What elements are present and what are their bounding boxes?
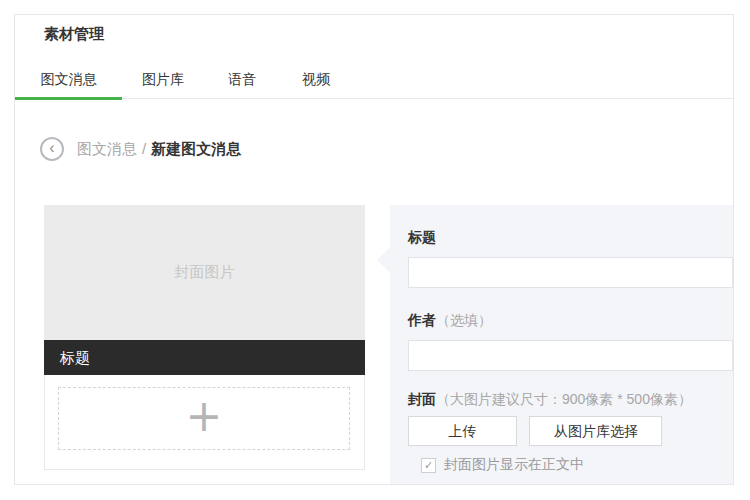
author-group: 作者（选填） bbox=[408, 313, 733, 371]
tab-voice[interactable]: 语音 bbox=[228, 61, 256, 98]
breadcrumb-separator: / bbox=[142, 140, 146, 157]
tab-video[interactable]: 视频 bbox=[302, 61, 330, 98]
breadcrumb-parent[interactable]: 图文消息 bbox=[77, 140, 137, 157]
cover-in-body-label[interactable]: 封面图片显示在正文中 bbox=[444, 456, 584, 474]
author-optional-hint: （选填） bbox=[436, 312, 492, 328]
upload-button[interactable]: 上传 bbox=[408, 416, 517, 446]
check-icon: ✓ bbox=[424, 460, 433, 471]
cover-size-hint: （大图片建议尺寸：900像素 * 500像素） bbox=[436, 391, 692, 407]
breadcrumb-text: 图文消息/新建图文消息 bbox=[77, 140, 241, 159]
chevron-left-icon: ‹ bbox=[49, 140, 54, 156]
plus-icon: + bbox=[186, 394, 223, 438]
add-article-dropzone[interactable]: + bbox=[58, 387, 350, 450]
cover-in-body-checkbox[interactable]: ✓ bbox=[421, 458, 436, 473]
preview-title-bar: 标题 bbox=[44, 340, 365, 375]
page: 素材管理 图文消息 图片库 语音 视频 ‹ 图文消息/新建图文消息 封面图片 标… bbox=[0, 0, 750, 500]
choose-from-library-button[interactable]: 从图片库选择 bbox=[529, 416, 662, 446]
title-label: 标题 bbox=[408, 230, 733, 244]
author-input[interactable] bbox=[408, 340, 733, 371]
preview-body: + bbox=[44, 375, 365, 470]
article-preview-card: 封面图片 标题 + bbox=[44, 205, 365, 470]
breadcrumb: ‹ 图文消息/新建图文消息 bbox=[40, 137, 241, 161]
tab-image-library[interactable]: 图片库 bbox=[142, 61, 184, 98]
title-input[interactable] bbox=[408, 257, 733, 288]
cover-label: 封面（大图片建议尺寸：900像素 * 500像素） bbox=[408, 392, 733, 406]
tab-image-text-message[interactable]: 图文消息 bbox=[15, 61, 122, 98]
article-form-panel: 标题 作者（选填） 封面（大图片建议尺寸：900像素 * 500像素） 上传 从… bbox=[390, 205, 733, 484]
cover-in-body-row: ✓ 封面图片显示在正文中 bbox=[408, 456, 733, 474]
author-label-text: 作者 bbox=[408, 312, 436, 328]
cover-buttons-row: 上传 从图片库选择 bbox=[408, 416, 733, 446]
cover-group: 封面（大图片建议尺寸：900像素 * 500像素） 上传 从图片库选择 ✓ 封面… bbox=[408, 392, 733, 474]
panel-pointer-arrow bbox=[377, 247, 390, 273]
breadcrumb-current: 新建图文消息 bbox=[151, 140, 241, 157]
cover-placeholder-label: 封面图片 bbox=[175, 263, 235, 282]
cover-label-text: 封面 bbox=[408, 391, 436, 407]
author-label: 作者（选填） bbox=[408, 313, 733, 327]
back-button[interactable]: ‹ bbox=[40, 137, 64, 161]
tab-bar: 图文消息 图片库 语音 视频 bbox=[15, 61, 733, 99]
material-management-panel: 素材管理 图文消息 图片库 语音 视频 ‹ 图文消息/新建图文消息 封面图片 标… bbox=[14, 14, 734, 485]
page-title: 素材管理 bbox=[44, 25, 104, 44]
cover-image-placeholder[interactable]: 封面图片 bbox=[44, 205, 365, 340]
